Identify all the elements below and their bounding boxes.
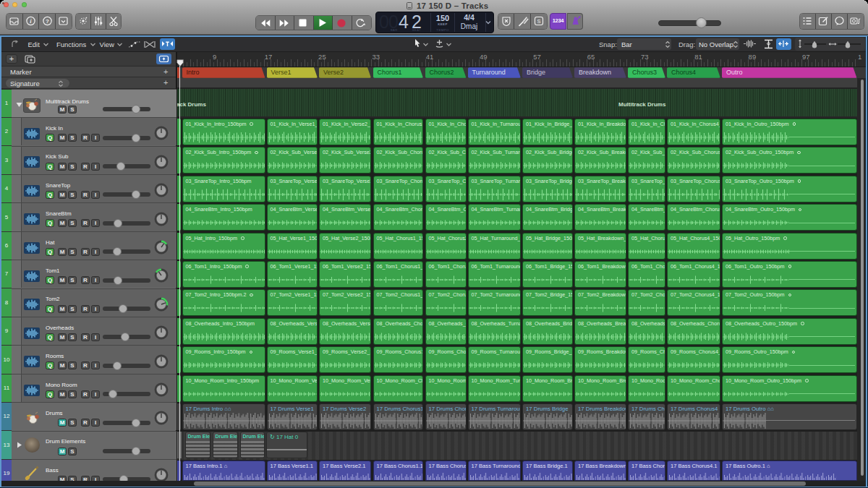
svg-text:?: ? bbox=[46, 18, 49, 25]
svg-text:i: i bbox=[30, 17, 32, 25]
svg-text:S: S bbox=[537, 18, 540, 25]
